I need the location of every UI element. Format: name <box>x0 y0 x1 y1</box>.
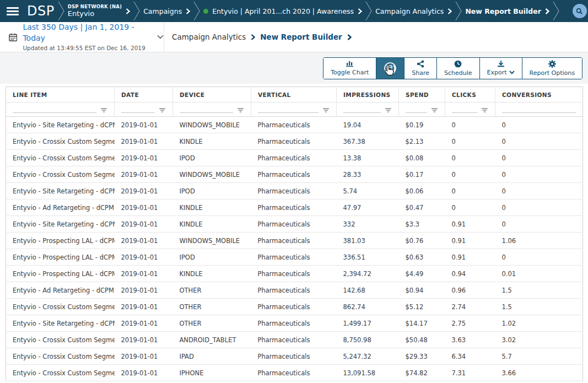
filter-icon[interactable] <box>237 107 244 113</box>
cell-clicks: 6.34 <box>445 348 495 365</box>
sub-breadcrumb-campaign-analytics[interactable]: Campaign Analytics <box>172 33 246 41</box>
chevron-right-icon <box>447 8 452 14</box>
cell-device: ANDROID_TABLET <box>173 332 251 348</box>
export-button[interactable]: Export <box>480 58 522 79</box>
table-row: Entyvio - Crossix Custom Segment B2019-0… <box>6 133 583 150</box>
column-header-conversions[interactable]: CONVERSIONS <box>495 87 583 103</box>
cell-conversions: 1.06 <box>495 233 583 249</box>
cell-line-item: Entyvio - Crossix Custom Segment B <box>6 348 115 365</box>
cell-line-item: Entyvio - Crossix Custom Segment B <box>6 133 115 150</box>
cell-device: IPOD <box>173 150 251 166</box>
cell-date: 2019-01-01 <box>115 133 173 150</box>
cell-clicks: 0.91 <box>445 249 495 266</box>
cell-conversions: 0 <box>495 133 583 150</box>
column-header-device[interactable]: DEVICE <box>173 87 251 103</box>
cell-spend: $14.17 <box>399 315 445 332</box>
filter-input-date[interactable] <box>121 105 155 113</box>
breadcrumb-separator-icon <box>455 1 462 21</box>
breadcrumb-separator-icon <box>57 1 65 21</box>
mouse-cursor <box>384 64 394 77</box>
column-header-date[interactable]: DATE <box>115 87 173 103</box>
cell-conversions: 0 <box>495 166 583 183</box>
report-options-button[interactable]: Report Options <box>522 58 582 79</box>
share-icon <box>417 60 424 68</box>
table-row: Entyvio - Prospecting LAL - dCPM (La2019… <box>6 249 583 266</box>
chevron-right-icon <box>347 34 352 40</box>
cell-clicks: 0 <box>445 199 495 216</box>
last-updated-text: Updated at 13:49:55 EST on Dec 16, 2019 <box>23 44 146 52</box>
filter-input-device[interactable] <box>180 105 233 113</box>
filter-cell-line-item <box>6 103 115 117</box>
filter-icon[interactable] <box>385 107 392 113</box>
breadcrumb-separator-icon <box>193 1 201 21</box>
filter-input-clicks[interactable] <box>452 105 477 113</box>
cell-clicks: 0 <box>445 183 495 199</box>
search-button[interactable] <box>573 4 587 18</box>
sub-breadcrumb-new-report-builder[interactable]: New Report Builder <box>260 33 342 41</box>
table-row: Entyvio - Crossix Custom Segment B2019-0… <box>6 166 583 183</box>
share-button[interactable]: Share <box>404 58 437 79</box>
column-header-clicks[interactable]: CLICKS <box>445 87 495 103</box>
cell-date: 2019-01-01 <box>115 365 173 381</box>
cell-clicks: 0 <box>445 133 495 150</box>
cell-device: IPAD <box>173 348 251 365</box>
column-header-line-item[interactable]: LINE ITEM <box>6 87 115 103</box>
filter-icon[interactable] <box>481 107 488 113</box>
cell-device: KINDLE <box>173 266 251 282</box>
cell-conversions: 0 <box>495 216 583 233</box>
cell-impressions: 8,750.98 <box>337 332 399 348</box>
hamburger-menu-icon[interactable] <box>7 7 19 15</box>
cell-spend: $5.12 <box>399 299 445 315</box>
cell-impressions: 28.33 <box>337 166 399 183</box>
chevron-right-icon <box>358 8 362 14</box>
cell-vertical: Pharmaceuticals <box>251 183 337 199</box>
filter-icon[interactable] <box>159 107 166 113</box>
report-table: LINE ITEMDATEDEVICEVERTICALIMPRESSIONSSP… <box>6 87 583 381</box>
toggle-chart-button[interactable]: Toggle Chart <box>323 58 376 79</box>
cell-vertical: Pharmaceuticals <box>251 282 337 299</box>
filter-cell-conversions <box>495 103 583 117</box>
cell-vertical: Pharmaceuticals <box>251 365 337 381</box>
column-header-impressions[interactable]: IMPRESSIONS <box>337 87 399 103</box>
cell-vertical: Pharmaceuticals <box>251 166 337 183</box>
filter-input-conversions[interactable] <box>502 105 576 113</box>
cell-date: 2019-01-01 <box>115 233 173 249</box>
column-header-vertical[interactable]: VERTICAL <box>251 87 337 103</box>
breadcrumb-new-report-builder[interactable]: New Report Builder <box>465 7 549 15</box>
gear-icon <box>548 60 556 68</box>
filter-cell-device <box>173 103 251 117</box>
table-row: Entyvio - Prospecting LAL - dCPM (La2019… <box>6 266 583 282</box>
cell-impressions: 332 <box>337 216 399 233</box>
cell-impressions: 2,394.72 <box>337 266 399 282</box>
cell-impressions: 1,499.17 <box>337 315 399 332</box>
filter-input-impressions[interactable] <box>343 105 381 113</box>
cell-impressions: 862.74 <box>337 299 399 315</box>
cell-impressions: 19.04 <box>337 117 399 133</box>
filter-input-vertical[interactable] <box>258 105 319 113</box>
cell-spend: $0.06 <box>399 183 445 199</box>
breadcrumb-campaigns[interactable]: Campaigns <box>143 7 190 15</box>
cell-vertical: Pharmaceuticals <box>251 315 337 332</box>
cell-date: 2019-01-01 <box>115 282 173 299</box>
date-range-selector[interactable]: Last 350 Days | Jan 1, 2019 - Today Upda… <box>0 22 164 52</box>
cell-conversions: 1.5 <box>495 282 583 299</box>
breadcrumb-campaign[interactable]: Entyvio | April 201...ch 2020 | Awarenes… <box>203 7 362 15</box>
cell-date: 2019-01-01 <box>115 166 173 183</box>
filter-icon[interactable] <box>322 107 330 113</box>
filter-input-line-item[interactable] <box>13 105 96 113</box>
cell-clicks: 0 <box>445 117 495 133</box>
table-row: Entyvio - Crossix Custom Segment B2019-0… <box>6 150 583 166</box>
cell-spend: $0.08 <box>399 150 445 166</box>
cell-device: IPOD <box>173 249 251 266</box>
schedule-button[interactable]: Schedule <box>437 58 480 79</box>
filter-input-spend[interactable] <box>406 105 427 113</box>
breadcrumb-campaign-analytics[interactable]: Campaign Analytics <box>375 7 452 15</box>
network-switcher[interactable]: DSP NETWORK (NA) Entyvio <box>68 4 130 19</box>
column-header-spend[interactable]: SPEND <box>399 87 445 103</box>
filter-icon[interactable] <box>431 107 438 113</box>
toggle-table-button[interactable] <box>376 58 404 79</box>
cell-clicks: 0.91 <box>445 233 495 249</box>
toolbar-band: Toggle Chart Share Schedule Export Repor… <box>0 52 588 84</box>
search-icon <box>576 8 583 15</box>
filter-icon[interactable] <box>100 107 107 113</box>
